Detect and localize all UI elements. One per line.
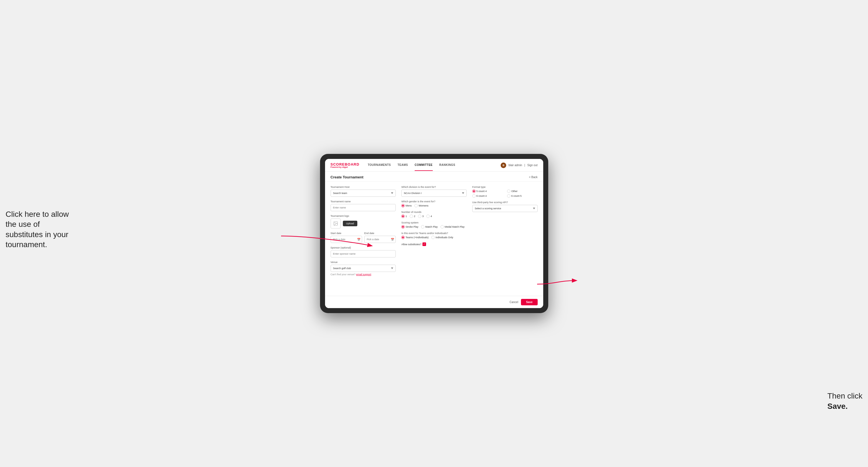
rounds-field: Number of rounds 1 2 — [401, 211, 467, 218]
format-5count4[interactable]: 5 count 4 — [472, 189, 503, 193]
scoring-medal-match[interactable]: Medal Match Play — [440, 225, 465, 228]
format-other[interactable]: Other — [507, 189, 537, 193]
venue-select[interactable]: Search golf club — [331, 265, 396, 272]
scoring-stroke-radio[interactable] — [401, 225, 405, 228]
form-section-right: Format type 5 count 4 Other — [472, 186, 538, 279]
end-date-wrap: 📅 — [364, 236, 396, 243]
tournament-name-label: Tournament name — [331, 200, 396, 203]
substitutes-checkbox-label[interactable]: Allow substitutes? — [401, 242, 467, 246]
gender-womens-radio[interactable] — [414, 204, 418, 207]
nav-teams[interactable]: TEAMS — [398, 159, 408, 171]
save-button[interactable]: Save — [521, 299, 537, 305]
page-title: Create Tournament — [331, 175, 364, 179]
start-date-wrap: 📅 — [331, 236, 362, 243]
form-footer: Cancel Save — [325, 296, 543, 308]
gender-radio-group: Mens Womens — [401, 204, 467, 207]
scoring-match-radio[interactable] — [421, 225, 425, 228]
end-date-label: End date — [364, 232, 396, 235]
gender-womens[interactable]: Womens — [414, 204, 428, 207]
nav-tournaments[interactable]: TOURNAMENTS — [368, 159, 391, 171]
user-name: blair admin — [508, 164, 522, 167]
format-type-field: Format type 5 count 4 Other — [472, 186, 538, 197]
start-date-input[interactable] — [331, 236, 362, 243]
tournament-host-select[interactable]: Search team — [331, 189, 396, 197]
annotation-left: Click here to allow the use of substitut… — [6, 209, 78, 250]
rounds-4-radio[interactable] — [426, 215, 430, 218]
end-date-input[interactable] — [364, 236, 396, 243]
sponsor-input[interactable] — [331, 250, 396, 257]
end-date-field: End date 📅 — [364, 232, 396, 243]
start-date-field: Start date 📅 — [331, 232, 362, 243]
date-row: Start date 📅 End date 📅 — [331, 232, 396, 243]
tournament-name-field: Tournament name — [331, 200, 396, 211]
rounds-2-radio[interactable] — [410, 215, 413, 218]
form-grid: Tournament Host Search team Tournament n… — [331, 186, 538, 279]
scoring-medal-radio[interactable] — [440, 225, 444, 228]
rounds-3[interactable]: 3 — [418, 215, 424, 218]
event-individuals-radio[interactable] — [431, 236, 435, 239]
format-5count4-radio[interactable] — [472, 189, 475, 193]
format-6count5[interactable]: 6 count 5 — [507, 194, 537, 197]
annotation-right: Then click Save. — [827, 391, 862, 411]
rounds-radio-group: 1 2 3 4 — [401, 215, 467, 218]
scoring-radio-group: Stroke Play Match Play Medal Match Play — [401, 225, 467, 228]
scoring-stroke[interactable]: Stroke Play — [401, 225, 418, 228]
sign-out-link[interactable]: Sign out — [527, 164, 538, 167]
event-teams[interactable]: Teams (+Individuals) — [401, 236, 429, 239]
substitutes-checkbox[interactable] — [423, 242, 426, 246]
format-6count4[interactable]: 6 count 4 — [472, 194, 503, 197]
event-individuals[interactable]: Individuals Only — [431, 236, 453, 239]
tournament-logo-label: Tournament logo — [331, 215, 396, 217]
format-other-radio[interactable] — [507, 189, 510, 193]
nav-rankings[interactable]: RANKINGS — [439, 159, 455, 171]
rounds-4[interactable]: 4 — [426, 215, 432, 218]
logo-placeholder-icon — [331, 218, 341, 228]
cancel-button[interactable]: Cancel — [509, 301, 518, 304]
venue-field: Venue Search golf club Can't find your v… — [331, 261, 396, 276]
upload-button[interactable]: Upload — [343, 221, 358, 226]
nav-right: B blair admin | Sign out — [501, 162, 537, 168]
event-teams-radio[interactable] — [401, 236, 405, 239]
format-6count5-radio[interactable] — [507, 194, 510, 197]
venue-note: Can't find your venue? email support — [331, 273, 396, 276]
sponsor-field: Sponsor (optional) — [331, 246, 396, 257]
logo-scoreboard: SCOREBOARD — [331, 162, 360, 166]
form-section-middle: Which division is the event for? NCAA Di… — [401, 186, 467, 279]
logo-area: SCOREBOARD Powered by clippd — [331, 162, 360, 168]
logo-powered: Powered by clippd — [331, 166, 360, 168]
sponsor-label: Sponsor (optional) — [331, 246, 396, 249]
gender-mens-radio[interactable] — [401, 204, 405, 207]
nav-separator: | — [524, 164, 525, 167]
form-content: Tournament Host Search team Tournament n… — [325, 182, 543, 296]
page-header: Create Tournament < Back — [325, 172, 543, 182]
logo-scoreboard-text: SCOREBOARD — [331, 162, 360, 166]
gender-label: Which gender is the event for? — [401, 200, 467, 203]
email-support-link[interactable]: email support — [356, 273, 371, 276]
tournament-name-input[interactable] — [331, 204, 396, 211]
tablet-device: SCOREBOARD Powered by clippd TOURNAMENTS… — [320, 154, 548, 313]
avatar: B — [501, 162, 506, 168]
back-link[interactable]: < Back — [529, 176, 538, 179]
form-section-left: Tournament Host Search team Tournament n… — [331, 186, 396, 279]
rounds-2[interactable]: 2 — [410, 215, 415, 218]
event-type-field: Is this event for Teams and/or Individua… — [401, 232, 467, 239]
tournament-host-field: Tournament Host Search team — [331, 186, 396, 197]
navigation: SCOREBOARD Powered by clippd TOURNAMENTS… — [325, 159, 543, 172]
scoring-label: Scoring system — [401, 221, 467, 224]
rounds-3-radio[interactable] — [418, 215, 421, 218]
scoring-match[interactable]: Match Play — [421, 225, 438, 228]
division-label: Which division is the event for? — [401, 186, 467, 188]
scoring-api-select[interactable]: Select a scoring service — [472, 205, 538, 212]
tablet-screen: SCOREBOARD Powered by clippd TOURNAMENTS… — [325, 159, 543, 308]
substitutes-label: Allow substitutes? — [401, 243, 421, 246]
rounds-1[interactable]: 1 — [401, 215, 407, 218]
event-type-radio-group: Teams (+Individuals) Individuals Only — [401, 236, 467, 239]
division-select[interactable]: NCAA Division I — [401, 189, 467, 197]
gender-mens[interactable]: Mens — [401, 204, 412, 207]
format-6count4-radio[interactable] — [472, 194, 475, 197]
nav-committee[interactable]: COMMITTEE — [415, 159, 433, 171]
scoring-api-label: Use third-party live scoring API? — [472, 201, 538, 204]
event-type-label: Is this event for Teams and/or Individua… — [401, 232, 467, 235]
rounds-1-radio[interactable] — [401, 215, 405, 218]
start-date-label: Start date — [331, 232, 362, 235]
